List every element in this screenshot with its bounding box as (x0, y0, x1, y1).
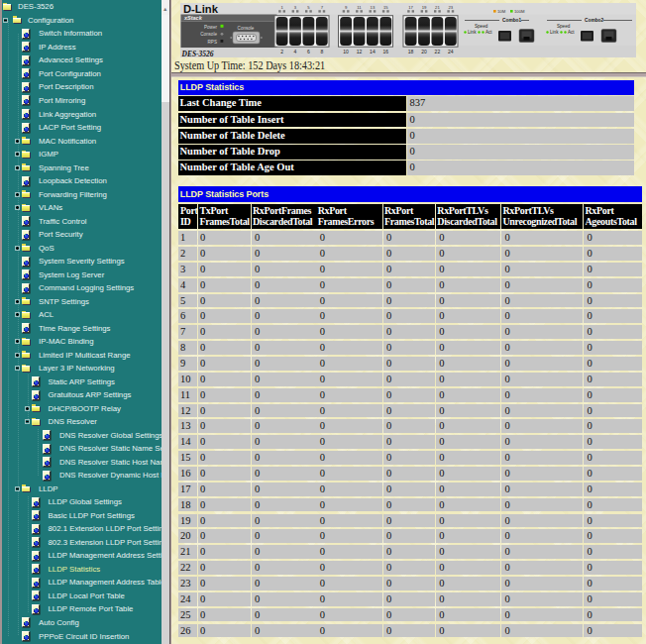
svg-text:10: 10 (343, 49, 349, 54)
svg-text:18: 18 (407, 49, 413, 54)
svg-text:Console: Console (237, 26, 254, 31)
svg-text:Speed: Speed (475, 24, 488, 29)
svg-text:2: 2 (280, 49, 283, 54)
svg-text:23: 23 (448, 5, 453, 10)
svg-text:Combo1: Combo1 (502, 18, 522, 23)
svg-text:6: 6 (307, 49, 310, 54)
svg-text:Link: Link (468, 30, 477, 35)
svg-text:Power: Power (203, 25, 216, 30)
svg-text:21: 21 (435, 5, 440, 10)
svg-text:8: 8 (320, 49, 323, 54)
svg-text:4: 4 (293, 49, 296, 54)
svg-text:Console: Console (200, 32, 217, 37)
svg-text:Link: Link (550, 30, 559, 35)
svg-text:10M: 10M (497, 9, 506, 14)
svg-text:20: 20 (421, 49, 427, 54)
svg-text:13: 13 (370, 5, 375, 10)
svg-text:12: 12 (356, 49, 362, 54)
svg-text:Act: Act (568, 30, 575, 35)
svg-text:15: 15 (382, 5, 387, 10)
svg-text:100M: 100M (514, 9, 525, 14)
svg-text:17: 17 (408, 5, 413, 10)
svg-text:DES-3526: DES-3526 (180, 50, 213, 58)
svg-text:RPS: RPS (207, 40, 216, 45)
svg-text:Speed: Speed (557, 24, 571, 29)
svg-text:14: 14 (370, 49, 376, 54)
svg-text:16: 16 (382, 49, 388, 54)
svg-text:24: 24 (448, 49, 454, 54)
svg-text:22: 22 (434, 49, 440, 54)
svg-text:11: 11 (357, 5, 362, 10)
svg-text:19: 19 (421, 5, 426, 10)
svg-text:Combo2: Combo2 (585, 18, 604, 23)
svg-text:xStack: xStack (183, 15, 203, 21)
svg-text:D-Link: D-Link (183, 4, 218, 15)
svg-text:Act: Act (485, 30, 492, 35)
